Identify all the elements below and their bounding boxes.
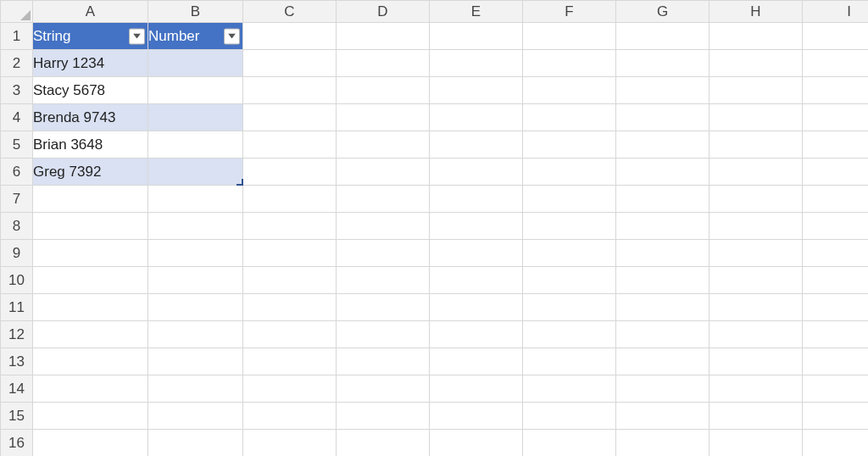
cell[interactable] xyxy=(33,348,148,375)
cell[interactable] xyxy=(33,375,148,403)
cell[interactable] xyxy=(709,131,803,158)
cell[interactable] xyxy=(803,321,869,348)
cell[interactable] xyxy=(243,50,337,77)
cell[interactable] xyxy=(148,213,243,240)
cell[interactable] xyxy=(803,403,869,430)
cell[interactable] xyxy=(148,430,243,457)
cell[interactable] xyxy=(709,294,803,321)
cell[interactable] xyxy=(616,131,709,158)
cell[interactable] xyxy=(337,104,430,131)
cell[interactable] xyxy=(523,294,616,321)
cell[interactable] xyxy=(337,348,430,375)
cell[interactable] xyxy=(243,213,337,240)
cell[interactable] xyxy=(337,131,430,158)
cell[interactable] xyxy=(616,294,709,321)
row-header[interactable]: 9 xyxy=(1,240,33,267)
table-cell[interactable]: Greg 7392 xyxy=(33,158,148,186)
cell[interactable] xyxy=(430,104,523,131)
cell[interactable] xyxy=(430,131,523,158)
cell[interactable] xyxy=(430,294,523,321)
cell[interactable] xyxy=(709,430,803,457)
cell[interactable] xyxy=(243,104,337,131)
cell[interactable] xyxy=(616,77,709,104)
cell[interactable] xyxy=(523,131,616,158)
cell[interactable] xyxy=(709,158,803,186)
table-cell[interactable] xyxy=(148,50,243,77)
cell[interactable] xyxy=(803,50,869,77)
row-header[interactable]: 15 xyxy=(1,403,33,430)
cell[interactable] xyxy=(148,267,243,294)
row-header[interactable]: 6 xyxy=(1,158,33,186)
cell[interactable] xyxy=(803,158,869,186)
cell[interactable] xyxy=(430,158,523,186)
row-header[interactable]: 10 xyxy=(1,267,33,294)
cell[interactable] xyxy=(148,321,243,348)
cell[interactable] xyxy=(148,403,243,430)
row-header[interactable]: 12 xyxy=(1,321,33,348)
cell[interactable] xyxy=(430,240,523,267)
cell[interactable] xyxy=(33,430,148,457)
cell[interactable] xyxy=(523,77,616,104)
column-header[interactable]: A xyxy=(33,1,148,23)
cell[interactable] xyxy=(243,348,337,375)
cell[interactable] xyxy=(523,213,616,240)
cell[interactable] xyxy=(33,403,148,430)
cell[interactable] xyxy=(430,321,523,348)
cell[interactable] xyxy=(337,267,430,294)
cell[interactable] xyxy=(523,430,616,457)
cell[interactable] xyxy=(709,267,803,294)
cell[interactable] xyxy=(243,403,337,430)
cell[interactable] xyxy=(33,186,148,213)
cell[interactable] xyxy=(616,375,709,403)
cell[interactable] xyxy=(337,50,430,77)
cell[interactable] xyxy=(337,240,430,267)
cell[interactable] xyxy=(33,213,148,240)
cell[interactable] xyxy=(337,213,430,240)
cell[interactable] xyxy=(243,321,337,348)
cell[interactable] xyxy=(337,321,430,348)
cell[interactable] xyxy=(803,348,869,375)
cell[interactable] xyxy=(709,213,803,240)
cell[interactable] xyxy=(243,23,337,50)
cell[interactable] xyxy=(33,240,148,267)
cell[interactable] xyxy=(243,77,337,104)
cell[interactable] xyxy=(243,158,337,186)
cell[interactable] xyxy=(616,321,709,348)
column-header[interactable]: F xyxy=(523,1,616,23)
cell[interactable] xyxy=(337,186,430,213)
cell[interactable] xyxy=(430,403,523,430)
row-header[interactable]: 2 xyxy=(1,50,33,77)
cell[interactable] xyxy=(243,131,337,158)
cell[interactable] xyxy=(616,23,709,50)
cell[interactable] xyxy=(803,104,869,131)
cell[interactable] xyxy=(523,23,616,50)
cell[interactable] xyxy=(148,186,243,213)
column-header[interactable]: E xyxy=(430,1,523,23)
cell[interactable] xyxy=(803,213,869,240)
cell[interactable] xyxy=(337,375,430,403)
table-cell[interactable] xyxy=(148,77,243,104)
cell[interactable] xyxy=(243,294,337,321)
column-header[interactable]: B xyxy=(148,1,243,23)
row-header[interactable]: 8 xyxy=(1,213,33,240)
column-header[interactable]: I xyxy=(803,1,869,23)
cell[interactable] xyxy=(709,104,803,131)
cell[interactable] xyxy=(337,403,430,430)
cell[interactable] xyxy=(709,375,803,403)
cell[interactable] xyxy=(709,403,803,430)
cell[interactable] xyxy=(148,294,243,321)
cell[interactable] xyxy=(616,430,709,457)
cell[interactable] xyxy=(337,430,430,457)
cell[interactable] xyxy=(337,158,430,186)
cell[interactable] xyxy=(803,77,869,104)
cell[interactable] xyxy=(803,430,869,457)
cell[interactable] xyxy=(616,104,709,131)
column-header[interactable]: D xyxy=(337,1,430,23)
row-header[interactable]: 1 xyxy=(1,23,33,50)
row-header[interactable]: 7 xyxy=(1,186,33,213)
row-header[interactable]: 5 xyxy=(1,131,33,158)
cell[interactable] xyxy=(148,240,243,267)
row-header[interactable]: 3 xyxy=(1,77,33,104)
table-header-cell-number[interactable]: Number xyxy=(148,23,243,50)
cell[interactable] xyxy=(243,375,337,403)
